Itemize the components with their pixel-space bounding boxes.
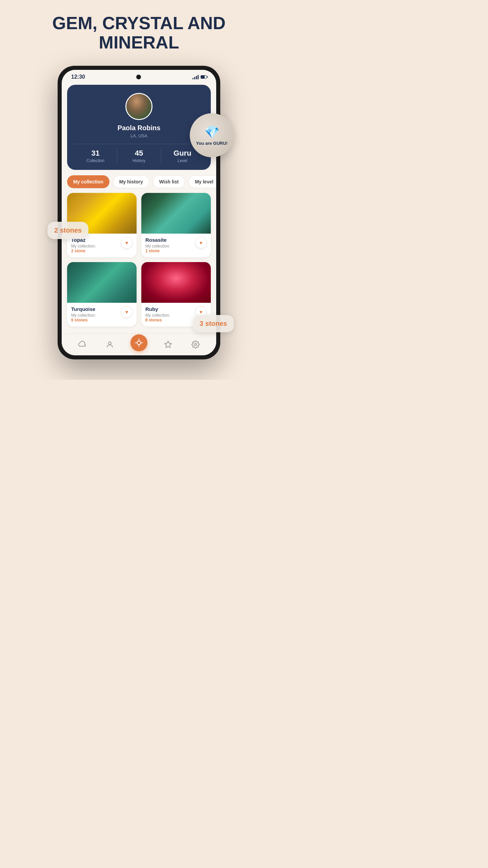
- stat-level-label: Level: [178, 158, 187, 163]
- phone-mockup: 💎 You are GURU! 2 stones 3 stones 12:30: [58, 66, 220, 359]
- heart-icon: ♥: [200, 309, 202, 315]
- heart-icon: ♥: [125, 240, 128, 245]
- topaz-collection-label: My collection:: [71, 244, 121, 249]
- stat-collection-label: Collection: [86, 158, 104, 163]
- stat-history-label: History: [133, 158, 145, 163]
- stone-grid: Topaz My collection: 2 stone ♥: [62, 193, 216, 333]
- turquoise-collection-label: My collection:: [71, 313, 121, 318]
- guru-badge: 💎 You are GURU!: [190, 113, 234, 157]
- rosasite-info: Rosasite My collection: 1 stone ♥: [141, 234, 211, 257]
- ruby-details: Ruby My collection: 8 stones: [145, 306, 195, 322]
- tab-my-level[interactable]: My level: [188, 175, 216, 188]
- rosasite-name: Rosasite: [145, 237, 195, 243]
- status-icons: [192, 75, 207, 79]
- phone-screen: 12:30: [62, 70, 216, 355]
- avatar-image: [126, 94, 151, 119]
- turquoise-image: [67, 262, 137, 303]
- nav-star-icon[interactable]: [161, 338, 175, 351]
- turquoise-info: Turquoise My collection: 6 stones ♥: [67, 303, 137, 327]
- stat-history-number: 45: [135, 149, 143, 158]
- phone-frame: 12:30: [58, 66, 220, 359]
- topaz-details: Topaz My collection: 2 stone: [71, 237, 121, 253]
- nav-user-icon[interactable]: [103, 338, 117, 351]
- ruby-count: 8 stones: [145, 318, 195, 322]
- turquoise-name: Turquoise: [71, 306, 121, 312]
- rosasite-heart-button[interactable]: ♥: [195, 237, 207, 249]
- topaz-count: 2 stone: [71, 249, 121, 253]
- profile-name: Paola Robins: [118, 124, 161, 132]
- profile-card: Paola Robins LA, USA 31 Collection 45 Hi…: [67, 85, 211, 170]
- signal-icon: [192, 75, 199, 79]
- nav-scan-button[interactable]: [130, 334, 147, 351]
- stat-collection-number: 31: [91, 149, 99, 158]
- rosasite-details: Rosasite My collection: 1 stone: [145, 237, 195, 253]
- stats-row: 31 Collection 45 History Guru Level: [74, 144, 204, 163]
- stat-level-number: Guru: [174, 149, 191, 158]
- stone-card-rosasite[interactable]: Rosasite My collection: 1 stone ♥: [141, 193, 211, 257]
- ruby-collection-label: My collection:: [145, 313, 195, 318]
- ruby-name: Ruby: [145, 306, 195, 312]
- nav-cloud-icon[interactable]: [76, 338, 89, 351]
- rosasite-count: 1 stone: [145, 249, 195, 253]
- camera-dot: [136, 75, 141, 79]
- topaz-heart-button[interactable]: ♥: [121, 237, 133, 249]
- status-time: 12:30: [71, 74, 85, 80]
- nav-gear-icon[interactable]: [189, 338, 202, 351]
- badge-left-text: 2 stones: [54, 226, 82, 234]
- avatar: [125, 93, 152, 120]
- rosasite-collection-label: My collection:: [145, 244, 195, 249]
- diamond-icon: 💎: [204, 125, 220, 139]
- tabs-row: My collection My history Wish list My le…: [62, 175, 216, 193]
- bottom-nav: [62, 333, 216, 355]
- tab-my-history[interactable]: My history: [113, 175, 149, 188]
- profile-location: LA, USA: [130, 133, 147, 138]
- stat-history: 45 History: [117, 149, 161, 163]
- stones-badge-right: 3 stones: [193, 315, 234, 332]
- stone-card-turquoise[interactable]: Turquoise My collection: 6 stones ♥: [67, 262, 137, 327]
- turquoise-count: 6 stones: [71, 318, 121, 322]
- ruby-image: [141, 262, 211, 303]
- tab-wish-list[interactable]: Wish list: [153, 175, 185, 188]
- turquoise-heart-button[interactable]: ♥: [121, 306, 133, 318]
- svg-point-2: [195, 343, 197, 346]
- guru-badge-text: You are GURU!: [196, 141, 228, 146]
- svg-point-1: [137, 341, 141, 345]
- stat-collection: 31 Collection: [74, 149, 117, 163]
- badge-right-text: 3 stones: [200, 320, 227, 327]
- turquoise-details: Turquoise My collection: 6 stones: [71, 306, 121, 322]
- svg-point-0: [108, 342, 111, 344]
- tab-my-collection[interactable]: My collection: [67, 175, 109, 188]
- page-title: GEM, CRYSTAL AND MINERAL: [52, 14, 225, 52]
- heart-icon: ♥: [125, 309, 128, 315]
- stones-badge-left: 2 stones: [47, 222, 88, 239]
- battery-icon: [201, 75, 207, 79]
- heart-icon: ♥: [200, 240, 202, 245]
- status-bar: 12:30: [62, 70, 216, 81]
- rosasite-image: [141, 193, 211, 234]
